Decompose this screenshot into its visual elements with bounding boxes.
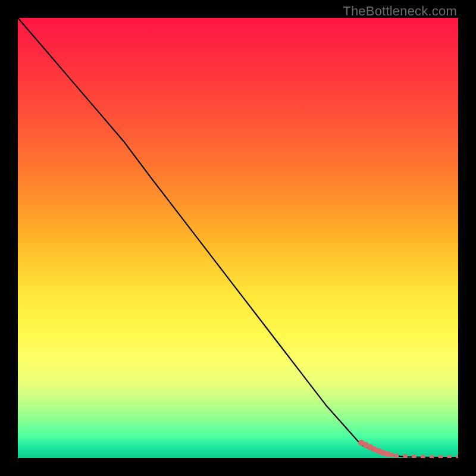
curve-line-group — [18, 18, 458, 458]
curve-line — [18, 18, 458, 458]
tail-marker — [430, 455, 434, 458]
tail-marker — [447, 455, 452, 458]
tail-marker — [384, 451, 390, 457]
watermark-text: TheBottleneck.com — [343, 4, 457, 19]
chart-frame: TheBottleneck.com — [0, 0, 476, 476]
tail-marker — [421, 455, 425, 458]
tail-markers-group — [358, 440, 458, 458]
tail-marker — [456, 455, 458, 458]
tail-marker — [403, 454, 408, 458]
chart-overlay — [18, 18, 458, 458]
tail-marker — [412, 455, 416, 458]
tail-marker — [439, 455, 443, 458]
tail-marker — [394, 454, 399, 459]
tail-marker — [390, 453, 394, 458]
